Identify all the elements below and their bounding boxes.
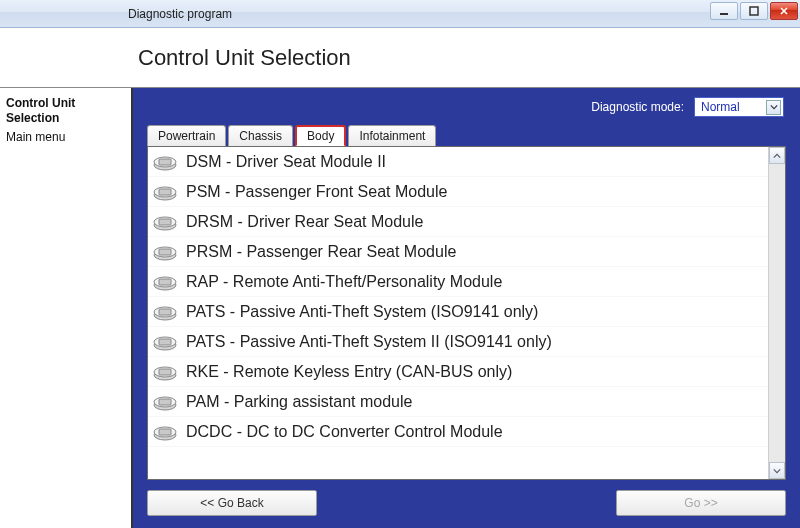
- svg-rect-4: [159, 159, 171, 165]
- list-item[interactable]: DCDC - DC to DC Converter Control Module: [148, 417, 768, 447]
- module-label: PATS - Passive Anti-Theft System (ISO914…: [186, 303, 538, 321]
- tab-body[interactable]: Body: [295, 125, 346, 147]
- chip-icon: [152, 182, 178, 202]
- svg-rect-28: [159, 399, 171, 405]
- svg-rect-16: [159, 279, 171, 285]
- svg-rect-25: [159, 369, 171, 375]
- chip-icon: [152, 152, 178, 172]
- window-titlebar: Diagnostic program: [0, 0, 800, 28]
- list-item[interactable]: PRSM - Passenger Rear Seat Module: [148, 237, 768, 267]
- svg-rect-7: [159, 189, 171, 195]
- mode-select-value: Normal: [701, 100, 740, 114]
- list-item[interactable]: PATS - Passive Anti-Theft System (ISO914…: [148, 297, 768, 327]
- list-item[interactable]: PAM - Parking assistant module: [148, 387, 768, 417]
- svg-rect-10: [159, 219, 171, 225]
- module-list-container: DSM - Driver Seat Module II PSM - Passen…: [147, 146, 786, 480]
- svg-rect-19: [159, 309, 171, 315]
- main-area: Diagnostic mode: Normal Powertrain Chass…: [133, 88, 800, 528]
- close-button[interactable]: [770, 2, 798, 20]
- module-label: RAP - Remote Anti-Theft/Personality Modu…: [186, 273, 502, 291]
- svg-rect-1: [750, 7, 758, 15]
- list-item[interactable]: DSM - Driver Seat Module II: [148, 147, 768, 177]
- tab-powertrain[interactable]: Powertrain: [147, 125, 226, 146]
- svg-rect-0: [720, 13, 728, 15]
- module-label: PSM - Passenger Front Seat Module: [186, 183, 447, 201]
- module-label: PRSM - Passenger Rear Seat Module: [186, 243, 456, 261]
- svg-rect-31: [159, 429, 171, 435]
- list-item[interactable]: RAP - Remote Anti-Theft/Personality Modu…: [148, 267, 768, 297]
- module-label: DRSM - Driver Rear Seat Module: [186, 213, 423, 231]
- list-item[interactable]: RKE - Remote Keyless Entry (CAN-BUS only…: [148, 357, 768, 387]
- tab-bar: Powertrain Chassis Body Infotainment: [147, 124, 786, 146]
- footer-bar: << Go Back Go >>: [147, 480, 786, 518]
- sidebar: Control Unit Selection Main menu: [0, 88, 133, 528]
- sidebar-item-main-menu[interactable]: Main menu: [6, 128, 125, 147]
- maximize-icon: [749, 6, 759, 16]
- module-list: DSM - Driver Seat Module II PSM - Passen…: [148, 147, 768, 479]
- vertical-scrollbar[interactable]: [768, 147, 785, 479]
- close-icon: [779, 6, 789, 16]
- module-label: PAM - Parking assistant module: [186, 393, 412, 411]
- page-title: Control Unit Selection: [138, 45, 351, 71]
- mode-label: Diagnostic mode:: [591, 100, 684, 114]
- sidebar-item-control-unit-selection[interactable]: Control Unit Selection: [6, 94, 125, 128]
- window-buttons: [710, 2, 798, 20]
- chip-icon: [152, 422, 178, 442]
- scroll-track[interactable]: [769, 164, 785, 462]
- svg-rect-13: [159, 249, 171, 255]
- chip-icon: [152, 332, 178, 352]
- main-layout: Control Unit Selection Main menu Diagnos…: [0, 88, 800, 528]
- module-label: RKE - Remote Keyless Entry (CAN-BUS only…: [186, 363, 512, 381]
- chevron-up-icon: [773, 152, 781, 160]
- minimize-button[interactable]: [710, 2, 738, 20]
- window-title: Diagnostic program: [8, 7, 232, 21]
- svg-rect-22: [159, 339, 171, 345]
- list-item[interactable]: DRSM - Driver Rear Seat Module: [148, 207, 768, 237]
- tab-chassis[interactable]: Chassis: [228, 125, 293, 146]
- list-item[interactable]: PATS - Passive Anti-Theft System II (ISO…: [148, 327, 768, 357]
- minimize-icon: [719, 6, 729, 16]
- chip-icon: [152, 302, 178, 322]
- chevron-down-icon: [773, 467, 781, 475]
- go-back-button[interactable]: << Go Back: [147, 490, 317, 516]
- mode-bar: Diagnostic mode: Normal: [147, 94, 786, 120]
- chip-icon: [152, 212, 178, 232]
- maximize-button[interactable]: [740, 2, 768, 20]
- module-label: PATS - Passive Anti-Theft System II (ISO…: [186, 333, 552, 351]
- scroll-up-button[interactable]: [769, 147, 785, 164]
- tab-infotainment[interactable]: Infotainment: [348, 125, 436, 146]
- chip-icon: [152, 392, 178, 412]
- chip-icon: [152, 362, 178, 382]
- module-label: DCDC - DC to DC Converter Control Module: [186, 423, 503, 441]
- chip-icon: [152, 272, 178, 292]
- chip-icon: [152, 242, 178, 262]
- page-header: Control Unit Selection: [0, 28, 800, 88]
- list-item[interactable]: PSM - Passenger Front Seat Module: [148, 177, 768, 207]
- chevron-down-icon: [766, 100, 781, 115]
- go-button[interactable]: Go >>: [616, 490, 786, 516]
- module-label: DSM - Driver Seat Module II: [186, 153, 386, 171]
- mode-select[interactable]: Normal: [694, 97, 784, 117]
- scroll-down-button[interactable]: [769, 462, 785, 479]
